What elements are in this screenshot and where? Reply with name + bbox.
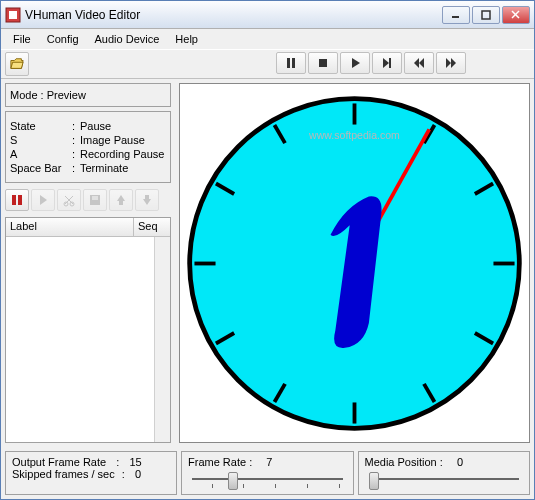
fast-forward-button[interactable] <box>436 52 466 74</box>
frame-rate-slider[interactable] <box>188 470 347 490</box>
cut-button <box>57 189 81 211</box>
play-clip-button <box>31 189 55 211</box>
left-panel: Mode : Preview State:Pause S:Image Pause… <box>1 79 175 447</box>
window-title: VHuman Video Editor <box>25 8 442 22</box>
scrollbar[interactable] <box>154 237 170 442</box>
list-header: Label Seq <box>6 218 170 237</box>
menu-help[interactable]: Help <box>167 31 206 47</box>
menu-file[interactable]: File <box>5 31 39 47</box>
stop-button[interactable] <box>308 52 338 74</box>
edit-tools <box>5 187 171 213</box>
svg-rect-3 <box>482 11 490 19</box>
window-controls <box>442 6 530 24</box>
output-stats: Output Frame Rate : 15 Skipped frames / … <box>5 451 177 495</box>
shortcuts-box: State:Pause S:Image Pause A:Recording Pa… <box>5 111 171 183</box>
right-panel: www.softpedia.com <box>175 79 534 447</box>
shortcut-val-s: Image Pause <box>80 134 145 146</box>
shortcut-key-s: S <box>10 134 72 146</box>
move-up-button <box>109 189 133 211</box>
save-button <box>83 189 107 211</box>
shortcut-val-space: Terminate <box>80 162 128 174</box>
svg-rect-8 <box>319 59 327 67</box>
main-window: VHuman Video Editor File Config Audio De… <box>0 0 535 500</box>
media-position-value: 0 <box>457 456 463 468</box>
svg-rect-1 <box>9 11 17 19</box>
svg-rect-6 <box>287 58 290 68</box>
play-button[interactable] <box>340 52 370 74</box>
watermark: www.softpedia.com <box>308 128 400 140</box>
svg-rect-9 <box>389 58 391 68</box>
menu-audio-device[interactable]: Audio Device <box>87 31 168 47</box>
output-frame-rate-value: 15 <box>129 456 141 468</box>
media-position-slider[interactable] <box>365 470 524 490</box>
record-button[interactable] <box>5 189 29 211</box>
mode-label: Mode : <box>10 89 44 101</box>
step-button[interactable] <box>372 52 402 74</box>
frame-rate-label: Frame Rate : <box>188 456 252 468</box>
frame-rate-slider-box: Frame Rate : 7 <box>181 451 354 495</box>
maximize-button[interactable] <box>472 6 500 24</box>
minimize-button[interactable] <box>442 6 470 24</box>
svg-rect-18 <box>119 201 123 205</box>
move-down-button <box>135 189 159 211</box>
shortcut-val-state: Pause <box>80 120 111 132</box>
column-seq[interactable]: Seq <box>134 218 170 236</box>
skipped-frames-value: 0 <box>135 468 141 480</box>
clip-list: Label Seq <box>5 217 171 443</box>
svg-rect-17 <box>92 196 98 200</box>
output-frame-rate-label: Output Frame Rate <box>12 456 106 468</box>
menubar: File Config Audio Device Help <box>1 29 534 49</box>
bottom-bar: Output Frame Rate : 15 Skipped frames / … <box>1 447 534 499</box>
shortcut-key-state: State <box>10 120 72 132</box>
list-body[interactable] <box>6 237 170 442</box>
svg-rect-7 <box>292 58 295 68</box>
app-icon <box>5 7 21 23</box>
shortcut-key-space: Space Bar <box>10 162 72 174</box>
rewind-button[interactable] <box>404 52 434 74</box>
svg-rect-10 <box>12 195 16 205</box>
svg-rect-19 <box>145 195 149 199</box>
toolbar <box>1 49 534 79</box>
close-button[interactable] <box>502 6 530 24</box>
svg-rect-11 <box>18 195 22 205</box>
countdown-clock: www.softpedia.com <box>182 91 527 436</box>
shortcut-key-a: A <box>10 148 72 160</box>
pause-button[interactable] <box>276 52 306 74</box>
media-position-label: Media Position : <box>365 456 443 468</box>
menu-config[interactable]: Config <box>39 31 87 47</box>
media-position-slider-box: Media Position : 0 <box>358 451 531 495</box>
mode-box: Mode : Preview <box>5 83 171 107</box>
main-area: Mode : Preview State:Pause S:Image Pause… <box>1 79 534 447</box>
open-file-button[interactable] <box>5 52 29 76</box>
frame-rate-value: 7 <box>266 456 272 468</box>
skipped-frames-label: Skipped frames / sec <box>12 468 115 480</box>
preview-area: www.softpedia.com <box>179 83 530 443</box>
column-label[interactable]: Label <box>6 218 134 236</box>
titlebar: VHuman Video Editor <box>1 1 534 29</box>
mode-value: Preview <box>47 89 86 101</box>
shortcut-val-a: Recording Pause <box>80 148 164 160</box>
